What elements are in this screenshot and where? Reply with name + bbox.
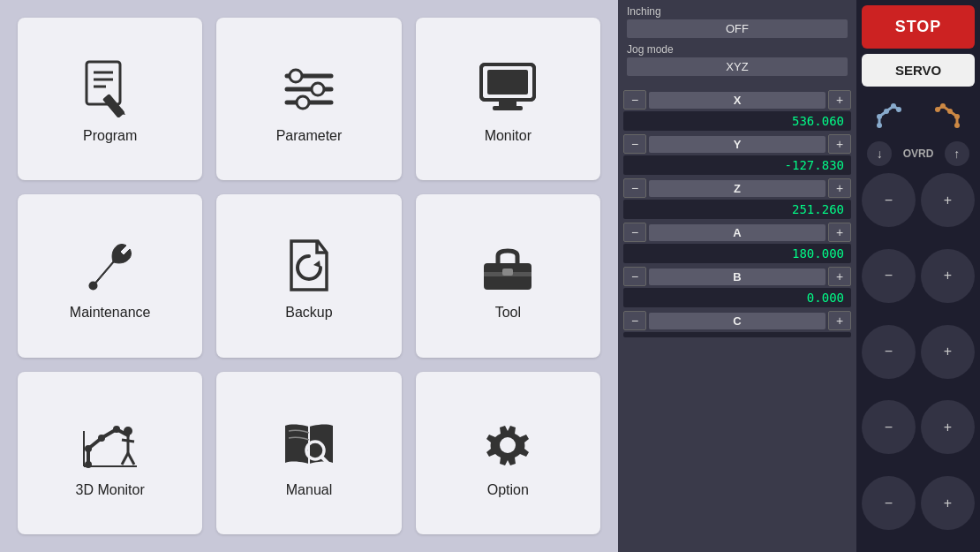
grid-row-1: Program Parameter xyxy=(18,18,600,180)
manual-icon xyxy=(274,412,344,473)
b-label: B xyxy=(649,268,825,285)
svg-line-34 xyxy=(122,440,134,442)
svg-point-51 xyxy=(940,103,946,109)
program-label: Program xyxy=(83,128,137,144)
keypad-minus-1[interactable]: − xyxy=(862,173,916,227)
axis-controls-y: − Y + xyxy=(623,134,851,154)
manual-label: Manual xyxy=(286,482,332,498)
keypad-grid: − + − + − + − + − + xyxy=(862,173,975,547)
option-label: Option xyxy=(487,482,529,498)
maintenance-icon xyxy=(75,234,146,296)
tool-button[interactable]: Tool xyxy=(416,194,600,357)
svg-point-42 xyxy=(500,437,516,453)
keypad-minus-3[interactable]: − xyxy=(862,325,916,379)
axis-controls-z: − Z + xyxy=(623,178,851,198)
svg-point-30 xyxy=(98,435,105,442)
3dmonitor-label: 3D Monitor xyxy=(76,482,145,498)
y-plus-button[interactable]: + xyxy=(828,134,851,154)
a-minus-button[interactable]: − xyxy=(623,223,646,242)
axis-row-a: − A + 180.000 xyxy=(623,223,851,263)
parameter-button[interactable]: Parameter xyxy=(216,18,401,180)
z-label: Z xyxy=(649,180,825,197)
svg-point-43 xyxy=(877,123,882,128)
svg-point-46 xyxy=(891,103,896,109)
keypad-minus-2[interactable]: − xyxy=(862,249,916,303)
z-value: 251.260 xyxy=(623,200,851,219)
stop-button[interactable]: STOP xyxy=(862,5,975,49)
keypad-plus-2[interactable]: + xyxy=(921,249,975,303)
robot-arm-icon-1[interactable] xyxy=(872,95,908,131)
keypad-plus-3[interactable]: + xyxy=(921,325,975,379)
svg-rect-23 xyxy=(502,268,513,276)
backup-button[interactable]: Backup xyxy=(216,194,401,357)
servo-button[interactable]: SERVO xyxy=(862,54,975,87)
b-minus-button[interactable]: − xyxy=(623,267,646,286)
monitor-button[interactable]: Monitor xyxy=(416,18,600,180)
monitor-label: Monitor xyxy=(485,128,531,144)
svg-rect-16 xyxy=(487,70,528,95)
b-plus-button[interactable]: + xyxy=(828,267,851,286)
maintenance-label: Maintenance xyxy=(70,305,151,321)
c-plus-button[interactable]: + xyxy=(828,311,851,330)
ovrd-up-button[interactable]: ↑ xyxy=(945,141,969,166)
inching-label: Inching xyxy=(627,5,848,18)
axis-controls-x: − X + xyxy=(623,90,851,110)
program-icon xyxy=(75,57,146,119)
axis-row-z: − Z + 251.260 xyxy=(623,178,851,219)
jogmode-value: XYZ xyxy=(627,57,848,76)
a-label: A xyxy=(649,224,825,241)
3dmonitor-button[interactable]: 3D Monitor xyxy=(18,372,202,534)
svg-line-35 xyxy=(122,453,128,465)
svg-point-11 xyxy=(290,70,302,82)
c-minus-button[interactable]: − xyxy=(623,311,646,330)
a-plus-button[interactable]: + xyxy=(828,223,851,242)
svg-point-12 xyxy=(312,83,324,95)
robot-arm-icon-2[interactable] xyxy=(929,95,964,131)
ovrd-down-button[interactable]: ↓ xyxy=(867,141,892,166)
svg-rect-18 xyxy=(493,106,523,110)
manual-button[interactable]: Manual xyxy=(216,372,401,534)
x-minus-button[interactable]: − xyxy=(623,90,646,110)
a-value: 180.000 xyxy=(623,244,851,263)
axis-controls-a: − A + xyxy=(623,223,851,242)
program-button[interactable]: Program xyxy=(18,18,202,180)
svg-point-47 xyxy=(896,107,901,112)
y-minus-button[interactable]: − xyxy=(623,134,646,154)
axis-row-b: − B + 0.000 xyxy=(623,267,851,307)
keypad-plus-5[interactable]: + xyxy=(921,476,975,530)
main-panel: Program Parameter xyxy=(0,0,618,552)
svg-point-49 xyxy=(954,114,960,119)
jogmode-label: Jog mode xyxy=(627,43,848,56)
status-section: Inching OFF Jog mode XYZ xyxy=(618,0,856,87)
ovrd-label: OVRD xyxy=(903,147,934,160)
ovrd-row: ↓ OVRD ↑ xyxy=(862,140,975,168)
z-minus-button[interactable]: − xyxy=(623,178,646,198)
maintenance-button[interactable]: Maintenance xyxy=(18,194,202,357)
svg-rect-1 xyxy=(87,62,120,104)
option-button[interactable]: Option xyxy=(416,372,600,534)
keypad-minus-5[interactable]: − xyxy=(862,476,916,530)
option-icon xyxy=(472,412,543,473)
svg-point-32 xyxy=(124,427,132,435)
y-value: -127.830 xyxy=(623,155,851,175)
parameter-label: Parameter xyxy=(276,128,343,144)
x-label: X xyxy=(649,92,825,109)
inching-value: OFF xyxy=(627,19,848,38)
grid-row-3: 3D Monitor Manual xyxy=(18,372,600,534)
c-label: C xyxy=(649,313,825,329)
robot-icons-row xyxy=(862,92,975,134)
axis-row-x: − X + 536.060 xyxy=(623,90,851,131)
keypad-plus-4[interactable]: + xyxy=(921,400,975,454)
svg-point-44 xyxy=(877,114,882,119)
axis-controls-c: − C + xyxy=(623,311,851,330)
keypad-plus-1[interactable]: + xyxy=(921,173,975,227)
svg-line-36 xyxy=(128,453,134,465)
y-label: Y xyxy=(649,136,825,153)
keypad-minus-4[interactable]: − xyxy=(862,400,916,454)
grid-row-2: Maintenance Backup xyxy=(18,194,600,357)
z-plus-button[interactable]: + xyxy=(828,178,851,198)
backup-icon xyxy=(274,234,344,296)
tool-icon xyxy=(472,234,543,296)
svg-point-45 xyxy=(884,109,889,114)
x-plus-button[interactable]: + xyxy=(828,90,851,110)
